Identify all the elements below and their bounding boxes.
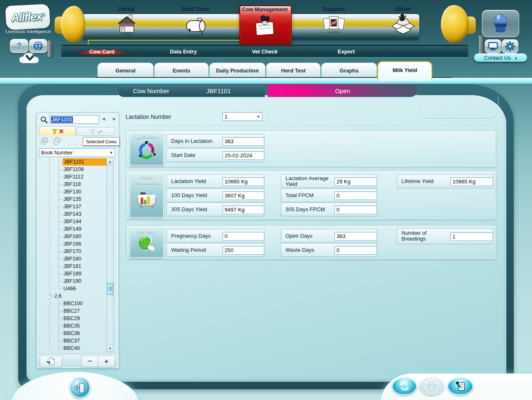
subnav-export[interactable]: Export [306,46,387,57]
nav-item-real-time[interactable]: Real Time [174,6,217,12]
gear-icon [505,41,515,52]
tree-item[interactable]: BBC35 [39,322,106,330]
305-days-yield-input[interactable]: 9497 Kg [222,205,264,214]
tab-milk-yield[interactable]: Milk Yield [377,61,432,81]
collapse-node-icon[interactable] [47,294,52,299]
waste-days-input[interactable]: 0 [334,246,377,255]
tree-item[interactable]: JBF189 [39,270,106,277]
tree-item[interactable]: JBF166 [39,240,106,248]
expand-all-button[interactable] [40,137,50,145]
settings-button[interactable] [502,39,518,53]
dropdown-arrow-icon: ▼ [256,115,260,119]
tree-item[interactable]: JBF118 [39,181,106,188]
refresh-button[interactable] [392,378,417,395]
tree-item[interactable]: JBF149 [39,225,106,233]
contact-us-button[interactable]: Contact Us › [474,53,527,62]
filter-clear-tab[interactable] [39,126,76,136]
red-x-icon [59,129,63,133]
prev-cow-icon[interactable]: ◄ [101,116,106,122]
group-by-dropdown[interactable]: Book Number ▼ [39,148,115,157]
tree-item[interactable]: JBF180 [39,255,106,263]
waiting-period-input[interactable]: 250 [222,246,264,255]
nav-item-other[interactable]: Other [384,6,422,12]
tree-item[interactable]: BBC29 [39,315,106,322]
tab-daily-production[interactable]: Daily Production [209,63,266,78]
tree-item[interactable]: BBC100 [39,300,106,307]
collapse-all-button[interactable] [52,137,62,145]
lactation-average-yield-input[interactable]: 29 Kg [334,177,377,186]
tree-item[interactable]: JBF190 [39,277,106,285]
tree-group-node[interactable]: 2.6 [39,292,106,300]
next-cow-icon[interactable]: ► [112,116,117,122]
tab-general[interactable]: General [97,63,154,78]
tree-scrollbar[interactable]: ▲ ▼ [106,158,114,352]
group-by-value: Book Number [41,150,73,156]
tab-graphs[interactable]: Graphs [321,63,377,78]
nav-item-cow-management[interactable]: Cow Management [239,6,290,12]
tree-item[interactable]: BBC37 [39,337,106,345]
scrollbar-thumb[interactable] [107,283,114,295]
sidebar-bottom-strip: − + [37,354,117,367]
tree-item[interactable]: JBF130 [39,188,106,195]
selected-cows-tooltip: Selected Cows [83,137,120,146]
tree-item[interactable]: JBF144 [39,218,106,225]
tree-item[interactable]: JBF1112 [39,173,106,181]
lifetime-yield-input[interactable]: 10665 Kg [450,177,493,186]
subnav-data-entry[interactable]: Data Entry [143,46,225,57]
ear-tag-button[interactable] [482,10,519,37]
contact-us-label: Contact Us [484,55,510,61]
tree-item[interactable]: JBF1101 [39,158,106,166]
filter-selected-tab[interactable] [77,127,115,136]
notes-button[interactable] [447,378,473,395]
tab-events[interactable]: Events [154,63,209,78]
other-icon [391,12,415,37]
zoom-in-button[interactable]: + [98,356,115,367]
cloud-sync-button[interactable] [18,52,41,66]
display-button[interactable] [485,39,501,53]
tree-item[interactable]: JBF160 [39,233,106,240]
tree-item[interactable]: JBF181 [39,263,106,270]
tree-item[interactable]: BBC36 [39,330,106,337]
fertility-icon [137,234,157,253]
subnav-vet-check[interactable]: Vet Check [224,46,306,57]
nav-item-portal[interactable]: Portal [107,6,146,12]
zoom-out-button[interactable]: − [81,356,99,367]
exit-button[interactable] [70,377,90,398]
search-input[interactable]: JBF1101 [50,115,99,124]
scroll-down-button[interactable]: ▼ [107,345,113,352]
tab-herd-test[interactable]: Herd Test [266,63,321,78]
lactation-number-dropdown[interactable]: 1 ▼ [222,112,262,121]
tree-item[interactable]: BBC40 [39,345,106,352]
tree-item[interactable]: BBC27 [39,307,106,315]
scroll-up-button[interactable]: ▲ [107,159,113,165]
tree-item[interactable]: JBF1108 [39,166,106,173]
allflex-logo: Allflex® [5,4,51,30]
305-days-fpcm-input[interactable]: 0 [334,205,377,214]
subnav-empty-cell [387,46,468,57]
cow-number-label: Cow Number [133,87,169,94]
tree-item[interactable]: JBF170 [39,248,106,255]
web-button[interactable] [29,39,47,53]
100-days-yield-input[interactable]: 3607 Kg [222,191,264,200]
lactation-yield-label: Lactation Yield [171,175,206,188]
tree-item[interactable]: U466 [39,285,106,292]
export-list-button[interactable] [40,356,62,367]
field-lactation-yield: Lactation Yield 10665 Kg [167,174,264,188]
help-button[interactable]: ? [10,39,28,53]
start-date-input[interactable]: 20-02-2024 [222,151,264,160]
days-in-lactation-input[interactable]: 363 [222,137,264,146]
fertility-group-title: Fertility [130,229,163,234]
total-fpcm-input[interactable]: 0 [334,191,377,200]
funnel-active-icon [52,128,58,135]
nav-item-reports[interactable]: Reports [315,6,353,12]
pregnancy-days-input[interactable]: 0 [222,232,264,241]
open-days-input[interactable]: 363 [334,232,377,241]
tree-item[interactable]: JBF143 [39,210,106,218]
subnav-cow-card[interactable]: Cow Card [61,46,143,57]
number-of-breedings-input[interactable]: 1 [450,232,493,241]
tree-item[interactable]: JBF135 [39,195,106,203]
tree-item[interactable]: JBF137 [39,203,106,210]
print-button[interactable] [419,378,444,395]
machine-right-dome [441,5,469,43]
lactation-yield-input[interactable]: 10665 Kg [222,177,264,186]
